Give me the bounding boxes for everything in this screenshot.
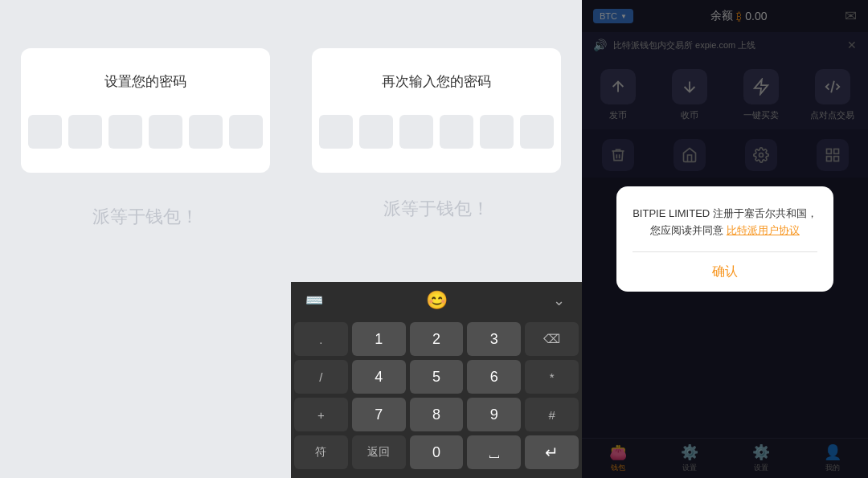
key-asterisk[interactable]: * xyxy=(525,360,579,394)
keyboard-top-bar: ⌨️ 😊 ⌄ xyxy=(291,282,582,319)
set-password-card: 设置您的密码 xyxy=(21,48,270,173)
confirm-pin-box-2[interactable] xyxy=(359,115,393,149)
keyboard-rows: . 1 2 3 ⌫ / 4 5 6 * + 7 8 9 # xyxy=(291,319,582,478)
pin-box-3[interactable] xyxy=(108,115,142,149)
key-5[interactable]: 5 xyxy=(410,360,464,394)
key-space[interactable]: ⎵ xyxy=(467,435,521,469)
keyboard-row-4: 符 返回 0 ⎵ ↵ xyxy=(294,435,579,469)
key-8[interactable]: 8 xyxy=(410,398,464,431)
confirm-pin-box-3[interactable] xyxy=(399,115,433,149)
panel-set-password: 设置您的密码 派等于钱包！ xyxy=(0,0,291,478)
panel-wallet: BTC ▼ 余额 ₿ 0.00 ✉ 🔊 比特派钱包内交易所 expie.com … xyxy=(582,0,868,478)
pin-box-4[interactable] xyxy=(149,115,182,149)
key-0[interactable]: 0 xyxy=(410,435,464,469)
key-return[interactable]: 返回 xyxy=(352,435,406,469)
terms-modal: BITPIE LIMITED 注册于塞舌尔共和国，您应阅读并同意 比特派用户协议… xyxy=(616,186,833,292)
key-plus[interactable]: + xyxy=(294,398,348,431)
key-slash[interactable]: / xyxy=(294,360,348,394)
set-password-title: 设置您的密码 xyxy=(104,72,186,91)
confirm-pin-box-1[interactable] xyxy=(319,115,353,149)
confirm-password-watermark: 派等于钱包！ xyxy=(383,197,489,221)
key-6[interactable]: 6 xyxy=(467,360,521,394)
key-1[interactable]: 1 xyxy=(352,322,406,356)
terms-modal-text: BITPIE LIMITED 注册于塞舌尔共和国，您应阅读并同意 比特派用户协议 xyxy=(633,206,817,239)
set-password-watermark: 派等于钱包！ xyxy=(92,205,199,229)
pin-box-5[interactable] xyxy=(189,115,223,149)
pin-box-6[interactable] xyxy=(229,115,263,149)
terms-link[interactable]: 比特派用户协议 xyxy=(727,224,800,236)
keyboard-row-2: / 4 5 6 * xyxy=(294,360,579,394)
key-enter[interactable]: ↵ xyxy=(525,435,579,469)
pin-box-2[interactable] xyxy=(68,115,102,149)
panel-confirm-password: 再次输入您的密码 派等于钱包！ ⌨️ 😊 ⌄ . 1 2 3 ⌫ xyxy=(291,0,582,478)
confirm-pin-box-5[interactable] xyxy=(480,115,514,149)
key-3[interactable]: 3 xyxy=(467,322,521,356)
keyboard-row-3: + 7 8 9 # xyxy=(294,398,579,431)
pin-boxes-confirm xyxy=(319,115,554,149)
pin-box-1[interactable] xyxy=(28,115,62,149)
confirm-password-card: 再次输入您的密码 xyxy=(312,48,561,173)
key-2[interactable]: 2 xyxy=(410,322,464,356)
emoji-icon[interactable]: 😊 xyxy=(426,290,448,311)
terms-modal-overlay: BITPIE LIMITED 注册于塞舌尔共和国，您应阅读并同意 比特派用户协议… xyxy=(582,0,868,478)
key-4[interactable]: 4 xyxy=(352,360,406,394)
keyboard-dismiss-button[interactable]: ⌄ xyxy=(547,288,571,313)
confirm-pin-box-4[interactable] xyxy=(440,115,473,149)
key-delete[interactable]: ⌫ xyxy=(525,322,579,356)
modal-confirm-button[interactable]: 确认 xyxy=(633,252,817,292)
keyboard-mode-icon[interactable]: ⌨️ xyxy=(302,288,326,313)
key-dot[interactable]: . xyxy=(294,322,348,356)
key-hash[interactable]: # xyxy=(525,398,579,431)
confirm-password-title: 再次输入您的密码 xyxy=(382,72,491,91)
key-fu[interactable]: 符 xyxy=(294,435,348,469)
key-7[interactable]: 7 xyxy=(352,398,406,431)
pin-boxes-set xyxy=(28,115,263,149)
keyboard: ⌨️ 😊 ⌄ . 1 2 3 ⌫ / 4 5 6 * + xyxy=(291,282,582,478)
confirm-pin-box-6[interactable] xyxy=(520,115,554,149)
key-9[interactable]: 9 xyxy=(467,398,521,431)
keyboard-row-1: . 1 2 3 ⌫ xyxy=(294,322,579,356)
